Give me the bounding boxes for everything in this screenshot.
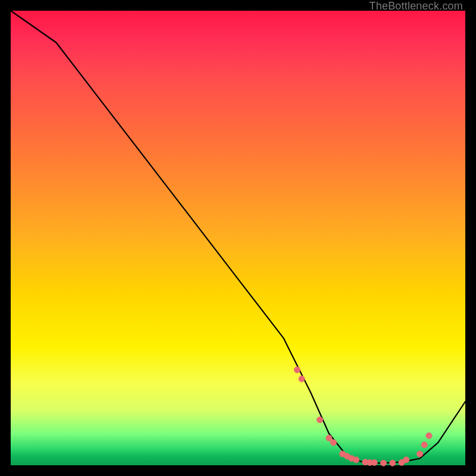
highlight-dot bbox=[421, 442, 427, 448]
highlight-dot bbox=[317, 417, 323, 423]
highlight-dot bbox=[371, 459, 377, 465]
bottleneck-curve bbox=[11, 11, 465, 463]
highlight-dot bbox=[326, 435, 332, 441]
plot-area bbox=[11, 11, 465, 465]
highlight-dot bbox=[417, 451, 423, 457]
chart-frame: TheBottleneck.com bbox=[0, 0, 476, 476]
highlight-dot bbox=[403, 457, 409, 463]
highlight-dot bbox=[381, 460, 387, 466]
highlight-dot bbox=[330, 440, 336, 446]
highlight-dot bbox=[299, 376, 305, 382]
highlight-dot bbox=[390, 460, 396, 466]
highlight-dot bbox=[353, 457, 359, 463]
watermark-label: TheBottleneck.com bbox=[369, 0, 463, 12]
highlight-dot bbox=[426, 433, 432, 439]
curve-svg bbox=[11, 11, 465, 465]
highlight-dot bbox=[294, 367, 300, 373]
highlight-dots-group bbox=[294, 367, 432, 466]
